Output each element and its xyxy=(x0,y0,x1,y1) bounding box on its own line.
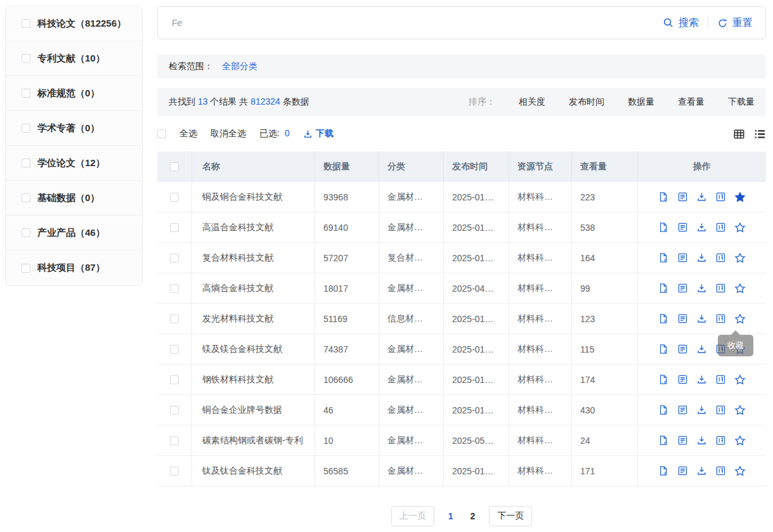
detail-icon[interactable] xyxy=(677,465,688,476)
sidebar-checkbox[interactable] xyxy=(22,159,30,167)
file-star-icon[interactable] xyxy=(658,313,669,324)
row-checkbox[interactable] xyxy=(170,436,179,445)
cite-icon[interactable] xyxy=(715,313,726,324)
sidebar-item[interactable]: 学术专著（0） xyxy=(6,111,142,146)
detail-icon[interactable] xyxy=(677,405,688,415)
sidebar-item[interactable]: 科技项目（87） xyxy=(6,250,142,285)
file-star-icon[interactable] xyxy=(658,374,669,385)
header-checkbox[interactable] xyxy=(170,162,179,171)
download-icon[interactable] xyxy=(696,313,707,324)
reset-button[interactable]: 重置 xyxy=(717,16,753,30)
sidebar-checkbox[interactable] xyxy=(22,264,30,273)
cite-icon[interactable] xyxy=(715,465,726,476)
row-name[interactable]: 铜及铜合金科技文献 xyxy=(192,182,315,212)
detail-icon[interactable] xyxy=(677,252,688,263)
download-icon[interactable] xyxy=(696,283,707,294)
row-name[interactable]: 发光材料科技文献 xyxy=(192,304,315,334)
next-page-button[interactable]: 下一页 xyxy=(489,506,532,526)
list-view-icon[interactable] xyxy=(754,128,766,140)
favorite-star-icon[interactable] xyxy=(734,465,746,477)
detail-icon[interactable] xyxy=(677,191,688,202)
sidebar-item[interactable]: 基础数据（0） xyxy=(6,181,142,216)
row-name[interactable]: 铜合金企业牌号数据 xyxy=(192,395,315,425)
file-star-icon[interactable] xyxy=(658,283,669,294)
download-selected-button[interactable]: 下载 xyxy=(303,128,334,139)
favorite-star-icon[interactable] xyxy=(734,222,746,233)
sort-option[interactable]: 相关度 xyxy=(519,96,545,108)
cite-icon[interactable] xyxy=(715,374,726,385)
row-name[interactable]: 钛及钛合金科技文献 xyxy=(192,456,315,486)
detail-icon[interactable] xyxy=(677,374,688,385)
cite-icon[interactable] xyxy=(715,252,726,263)
file-star-icon[interactable] xyxy=(658,465,669,476)
favorite-star-icon[interactable] xyxy=(734,405,746,416)
sidebar-checkbox[interactable] xyxy=(22,54,30,63)
sidebar-item[interactable]: 标准规范（0） xyxy=(6,76,142,111)
row-checkbox[interactable] xyxy=(170,375,179,384)
download-icon[interactable] xyxy=(696,191,707,202)
sort-option[interactable]: 下载量 xyxy=(728,96,755,108)
favorite-star-icon[interactable] xyxy=(734,252,746,264)
row-checkbox[interactable] xyxy=(170,284,179,293)
cite-icon[interactable] xyxy=(715,283,726,294)
file-star-icon[interactable] xyxy=(658,435,669,446)
file-star-icon[interactable] xyxy=(658,252,669,263)
row-checkbox[interactable] xyxy=(170,223,179,232)
prev-page-button[interactable]: 上一页 xyxy=(391,506,434,526)
row-name[interactable]: 钢铁材料科技文献 xyxy=(192,365,315,394)
download-icon[interactable] xyxy=(696,405,707,415)
download-icon[interactable] xyxy=(696,222,707,233)
row-name[interactable]: 复合材料科技文献 xyxy=(192,243,315,273)
file-star-icon[interactable] xyxy=(658,405,669,415)
cite-icon[interactable] xyxy=(715,222,726,233)
row-checkbox[interactable] xyxy=(170,406,179,415)
search-input[interactable] xyxy=(171,17,663,29)
cite-icon[interactable] xyxy=(715,191,726,202)
sidebar-checkbox[interactable] xyxy=(22,124,30,133)
download-icon[interactable] xyxy=(696,344,707,354)
favorite-star-icon[interactable] xyxy=(734,374,746,386)
row-checkbox[interactable] xyxy=(170,254,179,263)
row-checkbox[interactable] xyxy=(170,315,179,323)
sort-option[interactable]: 发布时间 xyxy=(569,96,604,108)
detail-icon[interactable] xyxy=(677,313,688,324)
file-star-icon[interactable] xyxy=(658,222,669,233)
row-name[interactable]: 高熵合金科技文献 xyxy=(192,273,315,303)
sidebar-checkbox[interactable] xyxy=(22,89,30,98)
row-name[interactable]: 高温合金科技文献 xyxy=(192,212,315,242)
download-icon[interactable] xyxy=(696,465,707,476)
search-button[interactable]: 搜索 xyxy=(663,16,699,30)
sidebar-checkbox[interactable] xyxy=(22,228,30,237)
cite-icon[interactable] xyxy=(715,405,726,415)
download-icon[interactable] xyxy=(696,252,707,263)
select-all-checkbox[interactable] xyxy=(157,129,166,138)
favorite-star-icon[interactable] xyxy=(734,435,746,446)
favorite-star-icon[interactable] xyxy=(734,191,746,203)
deselect-all-button[interactable]: 取消全选 xyxy=(211,128,246,139)
select-all-button[interactable]: 全选 xyxy=(179,128,197,139)
row-name[interactable]: 镁及镁合金科技文献 xyxy=(192,334,315,364)
sidebar-item[interactable]: 科技论文（812256） xyxy=(6,6,142,41)
download-icon[interactable] xyxy=(696,374,707,385)
row-checkbox[interactable] xyxy=(170,467,179,476)
detail-icon[interactable] xyxy=(677,222,688,233)
detail-icon[interactable] xyxy=(677,283,688,294)
page-number[interactable]: 1 xyxy=(445,511,457,521)
favorite-star-icon[interactable] xyxy=(734,283,746,294)
grid-view-icon[interactable] xyxy=(733,128,745,140)
sidebar-item[interactable]: 专利文献（10） xyxy=(6,41,142,76)
detail-icon[interactable] xyxy=(677,344,688,354)
sort-option[interactable]: 查看量 xyxy=(678,96,705,108)
row-name[interactable]: 碳素结构钢或者碳钢-专利 xyxy=(192,425,315,455)
row-checkbox[interactable] xyxy=(170,193,179,202)
page-number[interactable]: 2 xyxy=(467,511,479,521)
download-icon[interactable] xyxy=(696,435,707,446)
sidebar-item[interactable]: 产业产品（46） xyxy=(6,216,142,250)
scope-all-categories-link[interactable]: 全部分类 xyxy=(222,61,257,72)
sidebar-checkbox[interactable] xyxy=(22,193,30,202)
detail-icon[interactable] xyxy=(677,435,688,446)
file-star-icon[interactable] xyxy=(658,344,669,354)
sidebar-checkbox[interactable] xyxy=(22,19,30,28)
cite-icon[interactable] xyxy=(715,435,726,446)
sidebar-item[interactable]: 学位论文（12） xyxy=(6,146,142,181)
